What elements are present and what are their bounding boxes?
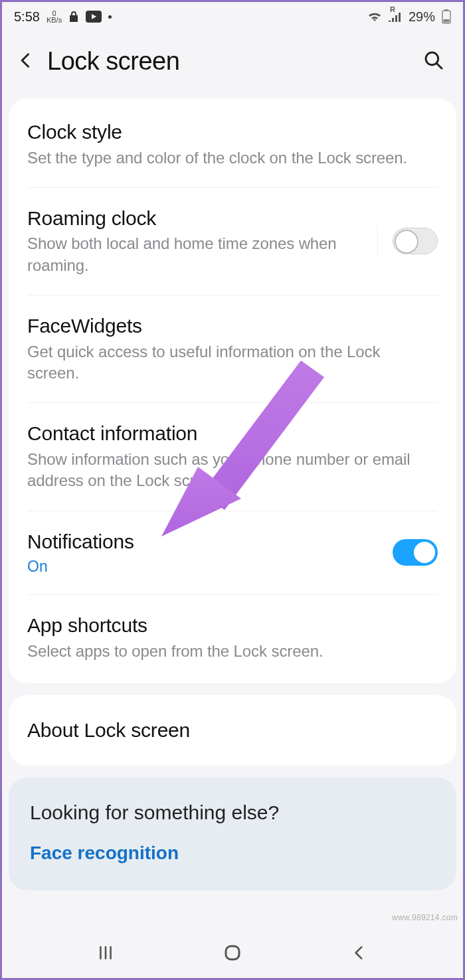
signal-icon: R <box>389 11 402 22</box>
youtube-icon <box>86 11 102 23</box>
row-contact-information[interactable]: Contact information Show information suc… <box>9 402 456 510</box>
row-title: Roaming clock <box>27 206 367 231</box>
row-title: Contact information <box>27 421 427 446</box>
row-title: FaceWidgets <box>27 313 427 339</box>
svg-line-5 <box>437 63 442 68</box>
data-rate-indicator: 0 KB/s <box>46 10 62 23</box>
nav-back-button[interactable] <box>346 939 373 966</box>
roaming-clock-toggle[interactable] <box>393 228 438 254</box>
status-bar: 5:58 0 KB/s R 29% <box>2 2 463 31</box>
battery-icon <box>442 9 451 24</box>
row-desc: Show information such as your phone numb… <box>27 449 427 492</box>
row-about-lock-screen[interactable]: About Lock screen <box>9 698 456 763</box>
settings-content: Clock style Set the type and color of th… <box>2 98 463 928</box>
row-title: Notifications <box>27 529 382 554</box>
notifications-toggle[interactable] <box>393 539 438 566</box>
battery-percentage: 29% <box>409 9 435 25</box>
back-button[interactable] <box>17 51 35 72</box>
row-roaming-clock[interactable]: Roaming clock Show both local and home t… <box>9 187 456 295</box>
row-app-shortcuts[interactable]: App shortcuts Select apps to open from t… <box>9 594 456 681</box>
row-status: On <box>27 558 382 576</box>
row-title: App shortcuts <box>27 613 427 638</box>
row-desc: Set the type and color of the clock on t… <box>27 147 427 169</box>
suggestion-card: Looking for something else? Face recogni… <box>9 777 456 890</box>
row-desc: Show both local and home time zones when… <box>27 233 367 276</box>
svg-rect-2 <box>444 9 448 11</box>
watermark: www.989214.com <box>392 913 458 922</box>
svg-rect-9 <box>226 946 239 959</box>
row-face-widgets[interactable]: FaceWidgets Get quick access to useful i… <box>9 295 456 402</box>
row-notifications[interactable]: Notifications On <box>9 511 456 595</box>
status-time: 5:58 <box>14 9 40 25</box>
navigation-bar <box>2 928 463 978</box>
row-title: About Lock screen <box>27 718 427 743</box>
recents-button[interactable] <box>92 939 119 966</box>
row-desc: Select apps to open from the Lock screen… <box>27 641 427 662</box>
svg-rect-3 <box>444 19 450 23</box>
search-button[interactable] <box>423 50 444 74</box>
lock-icon <box>68 10 79 23</box>
page-header: Lock screen <box>2 31 463 98</box>
wifi-icon <box>367 11 382 23</box>
row-desc: Get quick access to useful information o… <box>27 341 427 384</box>
home-button[interactable] <box>219 939 246 966</box>
row-title: Clock style <box>27 120 427 145</box>
row-clock-style[interactable]: Clock style Set the type and color of th… <box>9 101 456 187</box>
page-title: Lock screen <box>47 47 179 76</box>
more-notifications-dot <box>108 15 112 19</box>
suggestion-heading: Looking for something else? <box>30 801 435 824</box>
suggestion-link-face-recognition[interactable]: Face recognition <box>30 843 435 864</box>
